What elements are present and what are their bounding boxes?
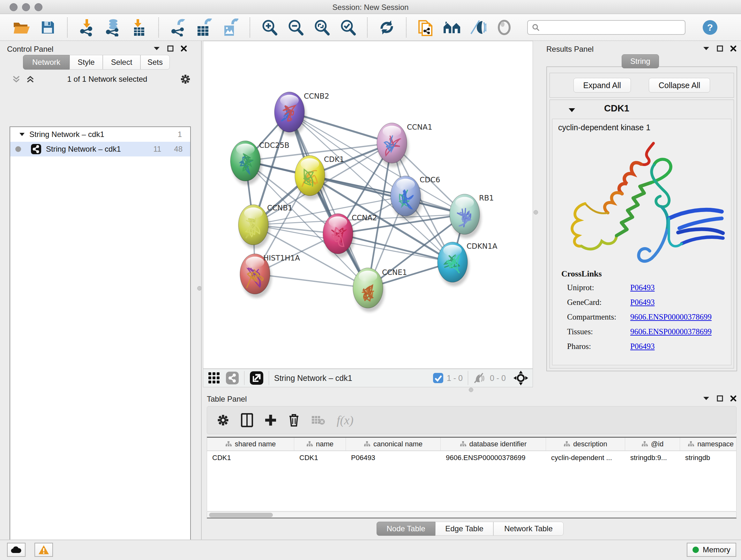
zoom-selected-icon[interactable] bbox=[339, 18, 357, 37]
import-table-icon[interactable] bbox=[130, 18, 148, 37]
panel-menu-icon[interactable] bbox=[703, 46, 710, 51]
delete-column-icon[interactable] bbox=[288, 413, 300, 427]
toolbar-separator bbox=[250, 17, 250, 37]
open-session-icon[interactable] bbox=[13, 18, 30, 37]
collection-label: String Network – cdk1 bbox=[29, 130, 178, 139]
panel-float-icon[interactable] bbox=[717, 45, 723, 52]
zoom-in-icon[interactable] bbox=[260, 18, 278, 37]
left-splitter-handle[interactable] bbox=[197, 286, 202, 291]
tab-string-results[interactable]: String bbox=[622, 54, 659, 68]
table-options-gear-icon[interactable] bbox=[217, 414, 229, 427]
table-tabs: Node Table Edge Table Network Table bbox=[377, 522, 563, 536]
collapse-all-icon[interactable] bbox=[12, 75, 20, 83]
cell-description[interactable]: cyclin-dependent ... bbox=[546, 451, 625, 464]
tab-sets[interactable]: Sets bbox=[140, 55, 170, 70]
panel-close-icon[interactable] bbox=[730, 45, 737, 52]
clone-network-icon[interactable] bbox=[417, 18, 434, 37]
panel-float-icon[interactable] bbox=[717, 395, 723, 401]
zoom-out-icon[interactable] bbox=[286, 18, 305, 37]
save-session-icon[interactable] bbox=[39, 18, 57, 37]
fit-selected-crosshair-icon[interactable] bbox=[514, 371, 528, 385]
panel-float-icon[interactable] bbox=[167, 45, 174, 52]
export-network-icon[interactable] bbox=[169, 18, 187, 37]
tab-edge-table[interactable]: Edge Table bbox=[435, 522, 493, 536]
window-title: Session: New Session bbox=[0, 3, 741, 12]
tab-network-table[interactable]: Network Table bbox=[493, 522, 563, 536]
column-header[interactable]: description bbox=[546, 438, 625, 450]
tab-network[interactable]: Network bbox=[23, 55, 70, 70]
table-horizontal-scrollbar[interactable] bbox=[207, 511, 737, 518]
open-in-browser-icon[interactable] bbox=[250, 371, 264, 385]
cell-shared-name[interactable]: CDK1 bbox=[207, 451, 294, 464]
collection-expander-icon[interactable] bbox=[19, 132, 25, 137]
panel-menu-icon[interactable] bbox=[703, 396, 710, 401]
network-collection-row[interactable]: String Network – cdk1 1 bbox=[10, 127, 190, 142]
cell-namespace[interactable]: stringdb bbox=[680, 451, 737, 464]
search-input[interactable] bbox=[540, 23, 674, 32]
bottom-splitter-handle[interactable] bbox=[469, 388, 473, 392]
hidden-count-badge: 0 - 0 bbox=[490, 374, 506, 383]
svg-text:CCNB2: CCNB2 bbox=[304, 92, 329, 100]
collapse-all-button[interactable]: Collapse All bbox=[649, 78, 711, 92]
column-header[interactable]: database identifier bbox=[441, 438, 546, 450]
svg-text:CDK1: CDK1 bbox=[324, 155, 344, 164]
table-header-row: shared name name canonical name database… bbox=[207, 438, 736, 451]
panel-menu-icon[interactable] bbox=[153, 46, 160, 51]
right-splitter-handle[interactable] bbox=[534, 210, 538, 214]
string-home-icon[interactable] bbox=[443, 18, 461, 37]
genecard-link[interactable]: P06493 bbox=[630, 298, 655, 307]
warning-icon bbox=[38, 545, 49, 555]
scrollbar-thumb[interactable] bbox=[209, 513, 273, 517]
pharos-link[interactable]: P06493 bbox=[630, 342, 655, 351]
column-header[interactable]: @id bbox=[625, 438, 680, 450]
uniprot-link[interactable]: P06493 bbox=[630, 283, 655, 292]
import-network-from-database-icon[interactable] bbox=[104, 18, 122, 37]
column-header[interactable]: canonical name bbox=[346, 438, 441, 450]
enhanced-labels-icon[interactable] bbox=[469, 18, 487, 37]
search-field[interactable] bbox=[527, 20, 685, 35]
cell-canonical-name[interactable]: P06493 bbox=[346, 451, 441, 464]
main-toolbar: ? bbox=[0, 14, 741, 41]
expand-all-button[interactable]: Expand All bbox=[574, 78, 631, 92]
column-header[interactable]: shared name bbox=[207, 438, 294, 450]
tab-select[interactable]: Select bbox=[103, 55, 140, 70]
import-network-icon[interactable] bbox=[78, 18, 96, 37]
panel-close-icon[interactable] bbox=[181, 45, 187, 52]
string-view-share-icon[interactable] bbox=[226, 371, 239, 385]
memory-button[interactable]: Memory bbox=[687, 543, 736, 557]
selected-count-badge: 1 - 0 bbox=[447, 374, 463, 383]
cloud-sync-button[interactable] bbox=[7, 543, 25, 557]
table-row[interactable]: CDK1 CDK1 P06493 9606.ENSP00000378699 cy… bbox=[207, 451, 736, 464]
protein-expander-icon[interactable] bbox=[568, 108, 576, 114]
show-columns-icon[interactable] bbox=[241, 413, 253, 427]
network-options-gear-icon[interactable] bbox=[180, 74, 191, 84]
apply-style-refresh-icon[interactable] bbox=[378, 18, 396, 37]
network-canvas[interactable]: CCNB2CCNA1CDC25BCDK1CDC6RB1CCNB1CCNA2CDK… bbox=[203, 41, 533, 369]
tab-style[interactable]: Style bbox=[70, 55, 103, 70]
birds-eye-grid-icon[interactable] bbox=[208, 372, 220, 384]
warnings-button[interactable] bbox=[35, 543, 53, 557]
compartments-link[interactable]: 9606.ENSP00000378699 bbox=[630, 313, 712, 321]
network-graph[interactable]: CCNB2CCNA1CDC25BCDK1CDC6RB1CCNB1CCNA2CDK… bbox=[203, 41, 533, 368]
help-button[interactable]: ? bbox=[703, 20, 718, 35]
add-column-icon[interactable] bbox=[265, 414, 277, 426]
tab-node-table[interactable]: Node Table bbox=[377, 522, 435, 536]
cell-id[interactable]: stringdb:9... bbox=[625, 451, 680, 464]
show-glass-ball-icon[interactable] bbox=[495, 18, 513, 37]
tissues-link[interactable]: 9606.ENSP00000378699 bbox=[630, 327, 712, 336]
node-table[interactable]: shared name name canonical name database… bbox=[207, 437, 737, 511]
network-row-selected[interactable]: String Network – cdk1 11 48 bbox=[10, 142, 190, 157]
cell-name[interactable]: CDK1 bbox=[294, 451, 346, 464]
export-table-icon[interactable] bbox=[195, 18, 213, 37]
selected-checkbox-icon[interactable] bbox=[433, 373, 444, 383]
column-header[interactable]: name bbox=[294, 438, 346, 450]
column-header[interactable]: namespace bbox=[680, 438, 737, 450]
expand-all-icon[interactable] bbox=[26, 75, 35, 83]
protein-structure-image bbox=[556, 137, 728, 265]
cell-database-identifier[interactable]: 9606.ENSP00000378699 bbox=[441, 451, 546, 464]
collection-count: 1 bbox=[178, 130, 182, 139]
panel-close-icon[interactable] bbox=[730, 395, 737, 401]
zoom-fit-icon[interactable] bbox=[313, 18, 331, 37]
crosslinks-header: CrossLinks bbox=[561, 269, 602, 279]
export-image-icon[interactable] bbox=[221, 18, 239, 37]
